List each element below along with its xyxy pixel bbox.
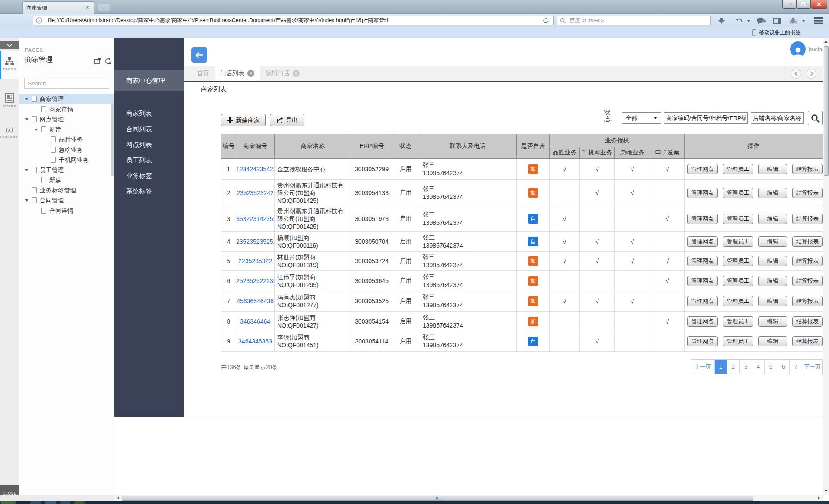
pagination-page-4[interactable]: 4 [752, 360, 764, 374]
merchant-code-link[interactable]: 23523523242 [237, 189, 274, 196]
nav-item-0[interactable]: 商家列表 [114, 106, 184, 121]
pagination-page-5[interactable]: 5 [764, 360, 777, 374]
pagination-page-1[interactable]: 1 [714, 360, 727, 374]
new-tab-button[interactable]: + [98, 4, 110, 11]
tab-groups-icon[interactable] [772, 16, 782, 26]
start-button[interactable] [1, 501, 16, 504]
op-button-0[interactable]: 管理网点 [687, 236, 718, 247]
op-button-0[interactable]: 管理网点 [687, 336, 718, 346]
op-button-1[interactable]: 管理员工 [723, 236, 753, 247]
url-input[interactable] [48, 18, 535, 24]
search-engine-input[interactable] [569, 17, 708, 24]
op-button-3[interactable]: 结算报表 [792, 164, 823, 174]
op-button-3[interactable]: 结算报表 [792, 214, 823, 224]
tree-item-7[interactable]: 员工管理 [19, 165, 114, 176]
op-button-1[interactable]: 管理员工 [723, 188, 753, 198]
tree-item-5[interactable]: 急啥业务 [19, 145, 114, 155]
vertical-scrollbar-thumb[interactable] [824, 46, 829, 176]
op-button-3[interactable]: 结算报表 [792, 296, 823, 306]
merchant-code-link[interactable]: 346346464 [240, 318, 270, 325]
op-button-3[interactable]: 结算报表 [792, 256, 823, 266]
tree-item-8[interactable]: 新建 [19, 175, 114, 186]
pagination-page-6[interactable]: 6 [777, 360, 789, 374]
nav-item-4[interactable]: 业务标签 [114, 168, 184, 183]
nav-item-5[interactable]: 系统标签 [114, 183, 184, 199]
op-button-1[interactable]: 管理员工 [723, 336, 753, 346]
op-button-1[interactable]: 管理员工 [723, 296, 753, 306]
tree-item-10[interactable]: 合同管理 [19, 195, 114, 206]
pagination-prev[interactable]: 上一页 [691, 360, 714, 374]
status-select[interactable]: 全部 [622, 112, 661, 124]
tree-item-9[interactable]: 业务标签管理 [19, 186, 114, 196]
taskbar-app-icon[interactable] [30, 501, 41, 504]
pagination-page-3[interactable]: 3 [739, 360, 752, 374]
merchant-code-link[interactable]: 2352352352525 [236, 238, 275, 245]
generate-flow-icon[interactable] [105, 58, 112, 65]
undo-dropdown-icon[interactable] [746, 16, 752, 26]
pagination-page-7[interactable]: 7 [789, 360, 802, 374]
collapse-sidebar-button[interactable] [0, 41, 19, 49]
doc-tab-1[interactable]: 门店列表× [215, 66, 260, 81]
merchant-code-filter-input[interactable] [664, 112, 748, 124]
new-merchant-button[interactable]: 新建商家 [221, 114, 266, 126]
window-minimize-button[interactable] [782, 0, 797, 9]
taskbar-app-icon[interactable] [74, 501, 85, 504]
nav-item-2[interactable]: 网点列表 [114, 137, 184, 152]
op-button-3[interactable]: 结算报表 [792, 316, 823, 327]
merchant-code-link[interactable]: 45636546436 [237, 298, 274, 305]
merchant-code-link[interactable]: 3464346363 [238, 338, 272, 345]
nav-item-1[interactable]: 合同列表 [114, 121, 184, 137]
pagination-next[interactable]: 下一页 [802, 360, 822, 374]
page-back-button[interactable] [191, 47, 207, 63]
scroll-left-button[interactable] [114, 495, 122, 501]
url-bar[interactable] [33, 16, 538, 25]
bookmark-mobile[interactable]: 移动设备上的书签 [752, 29, 801, 36]
op-button-2[interactable]: 编辑 [758, 256, 787, 266]
tab-close-icon[interactable]: × [247, 70, 254, 77]
op-button-1[interactable]: 管理员工 [723, 256, 753, 266]
downloads-icon[interactable] [717, 16, 726, 26]
tab-close-icon[interactable]: × [293, 70, 300, 77]
tree-item-4[interactable]: 品胜业务 [19, 135, 114, 145]
tab-scroll-left-button[interactable] [791, 69, 801, 79]
merchant-code-link[interactable]: 252352522235 [236, 277, 275, 284]
op-button-2[interactable]: 编辑 [758, 236, 787, 247]
taskbar-app-icon[interactable] [60, 501, 71, 504]
merchant-code-link[interactable]: 123424235423 [236, 166, 275, 173]
tree-item-3[interactable]: 新建 [19, 125, 114, 135]
op-button-2[interactable]: 编辑 [758, 214, 787, 224]
scroll-right-button[interactable] [815, 495, 823, 501]
pages-search-input[interactable] [24, 78, 109, 89]
rail-item-pages[interactable]: PAGES [0, 51, 19, 79]
tree-item-6[interactable]: 千机网业务 [19, 155, 114, 165]
op-button-2[interactable]: 编辑 [758, 316, 787, 327]
op-button-0[interactable]: 管理网点 [687, 188, 718, 198]
tree-item-11[interactable]: 合同详情 [19, 206, 114, 216]
store-name-filter-input[interactable] [751, 112, 804, 124]
tree-scrollbar-thumb[interactable] [111, 103, 114, 176]
taskbar-app-icon[interactable] [45, 501, 56, 504]
op-button-3[interactable]: 结算报表 [792, 188, 823, 198]
merchant-code-link[interactable]: 3532231423523 [236, 215, 275, 222]
avatar[interactable] [790, 41, 806, 57]
expand-arrow-icon[interactable] [25, 118, 28, 120]
op-button-0[interactable]: 管理网点 [687, 276, 718, 286]
op-button-3[interactable]: 结算报表 [792, 276, 823, 286]
expand-arrow-icon[interactable] [35, 129, 38, 131]
op-button-3[interactable]: 结算报表 [792, 236, 823, 247]
op-button-0[interactable]: 管理网点 [687, 296, 718, 306]
browser-tab[interactable]: 商家管理 ✕ [22, 1, 94, 14]
op-button-2[interactable]: 编辑 [758, 188, 787, 198]
expand-arrow-icon[interactable] [25, 98, 28, 100]
scroll-up-button[interactable] [823, 38, 829, 45]
chat-icon[interactable] [756, 16, 767, 26]
vertical-scrollbar[interactable] [823, 38, 829, 495]
op-button-0[interactable]: 管理网点 [687, 214, 718, 224]
menu-icon[interactable] [813, 16, 825, 26]
export-button[interactable]: 导出 [270, 114, 304, 126]
pagination-page-2[interactable]: 2 [727, 360, 739, 374]
tree-item-1[interactable]: 商家详情 [19, 104, 114, 115]
horizontal-scrollbar-thumb[interactable] [122, 496, 753, 501]
op-button-1[interactable]: 管理员工 [723, 316, 753, 327]
tab-scroll-right-button[interactable] [807, 69, 816, 79]
